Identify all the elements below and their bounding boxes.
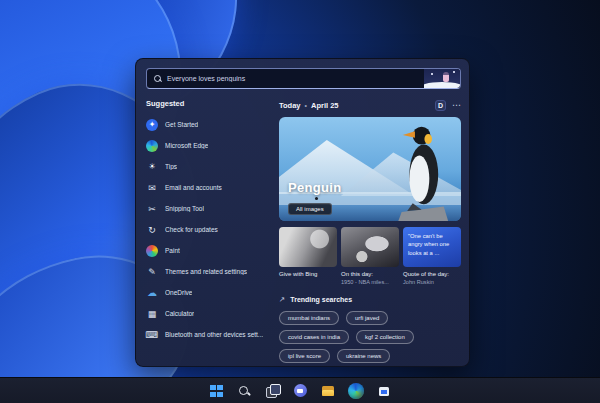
trending-pill[interactable]: ukraine news <box>337 349 390 363</box>
date-label: April 25 <box>311 101 339 110</box>
quote-text: "One can't be angry when one looks at a … <box>403 227 461 257</box>
tips-icon: ☀ <box>146 161 158 173</box>
trending-section: ↗ Trending searches mumbai indians urfi … <box>279 295 461 363</box>
trending-title: Trending searches <box>290 296 352 303</box>
card-subtitle: John Ruskin <box>403 279 461 286</box>
edge-button[interactable] <box>345 380 367 402</box>
search-input[interactable] <box>167 75 424 82</box>
email-accounts-icon: ✉ <box>146 182 158 194</box>
store-button[interactable] <box>373 380 395 402</box>
quote-of-the-day-card[interactable]: "One can't be angry when one looks at a … <box>403 227 461 286</box>
suggested-item-onedrive[interactable]: ☁ OneDrive <box>146 282 274 303</box>
chat-icon <box>292 383 308 399</box>
suggested-item-label: Check for updates <box>165 226 218 233</box>
suggested-item-get-started[interactable]: ✦ Get Started <box>146 114 274 135</box>
suggested-item-label: Tips <box>165 163 177 170</box>
edge-icon <box>348 383 364 399</box>
trending-pill[interactable]: urfi javed <box>346 311 388 325</box>
give-with-bing-image <box>279 227 337 267</box>
search-panel: Suggested ✦ Get Started Microsoft Edge ☀… <box>135 58 470 367</box>
trending-pill[interactable]: covid cases in india <box>279 330 349 344</box>
trending-pill[interactable]: ipl live score <box>279 349 330 363</box>
suggested-item-check-updates[interactable]: ↻ Check for updates <box>146 219 274 240</box>
daily-section: Today • April 25 D ⋯ Penguin All i <box>279 99 461 363</box>
penguin-illustration <box>395 119 450 221</box>
suggested-item-themes[interactable]: ✎ Themes and related settings <box>146 261 274 282</box>
suggested-item-label: Themes and related settings <box>165 268 247 275</box>
suggested-title: Suggested <box>146 99 274 108</box>
suggested-item-label: Microsoft Edge <box>165 142 208 149</box>
suggested-list: ✦ Get Started Microsoft Edge ☀ Tips ✉ Em… <box>146 114 274 345</box>
suggested-item-label: Paint <box>165 247 180 254</box>
search-box[interactable] <box>146 68 461 89</box>
suggested-item-email-accounts[interactable]: ✉ Email and accounts <box>146 177 274 198</box>
card-title: Quote of the day: <box>403 271 461 279</box>
start-button[interactable] <box>205 380 227 402</box>
suggested-item-paint[interactable]: Paint <box>146 240 274 261</box>
taskbar <box>0 377 600 403</box>
hero-title: Penguin <box>288 180 341 195</box>
chat-button[interactable] <box>289 380 311 402</box>
task-view-button[interactable] <box>261 380 283 402</box>
file-explorer-button[interactable] <box>317 380 339 402</box>
card-title: Give with Bing <box>279 271 337 279</box>
suggested-item-microsoft-edge[interactable]: Microsoft Edge <box>146 135 274 156</box>
trending-arrow-icon: ↗ <box>279 295 285 304</box>
on-this-day-card[interactable]: On this day: 1950 - NBA miles... <box>341 227 399 286</box>
daily-cards: Give with Bing On this day: 1950 - NBA m… <box>279 227 461 286</box>
suggested-item-snipping-tool[interactable]: ✂ Snipping Tool <box>146 198 274 219</box>
suggested-item-label: Email and accounts <box>165 184 222 191</box>
suggested-section: Suggested ✦ Get Started Microsoft Edge ☀… <box>146 99 274 345</box>
carousel-dot <box>315 197 318 200</box>
check-updates-icon: ↻ <box>146 224 158 236</box>
bluetooth-devices-icon: ⌨ <box>146 329 158 341</box>
snipping-tool-icon: ✂ <box>146 203 158 215</box>
microsoft-edge-icon <box>146 140 158 152</box>
task-view-icon <box>264 383 280 399</box>
search-button[interactable] <box>233 380 255 402</box>
suggested-item-calculator[interactable]: ▦ Calculator <box>146 303 274 324</box>
search-icon <box>236 383 252 399</box>
suggested-item-label: OneDrive <box>165 289 192 296</box>
today-label: Today <box>279 101 301 110</box>
card-title: On this day: <box>341 271 399 279</box>
trending-pill[interactable]: mumbai indians <box>279 311 339 325</box>
suggested-item-tips[interactable]: ☀ Tips <box>146 156 274 177</box>
suggested-item-bluetooth-devices[interactable]: ⌨ Bluetooth and other devices sett... <box>146 324 274 345</box>
trending-pill-list: mumbai indians urfi javed covid cases in… <box>279 311 465 363</box>
paint-icon <box>146 245 158 257</box>
onedrive-icon: ☁ <box>146 287 158 299</box>
file-explorer-icon <box>320 383 336 399</box>
suggested-item-label: Snipping Tool <box>165 205 204 212</box>
quote-image: "One can't be angry when one looks at a … <box>403 227 461 267</box>
themes-icon: ✎ <box>146 266 158 278</box>
suggested-item-label: Calculator <box>165 310 194 317</box>
trending-pill[interactable]: kgf 2 collection <box>356 330 414 344</box>
daily-header: Today • April 25 D ⋯ <box>279 99 461 111</box>
penguin-hero-card[interactable]: Penguin All images <box>279 117 461 221</box>
get-started-icon: ✦ <box>146 119 158 131</box>
suggested-item-label: Get Started <box>165 121 198 128</box>
suggested-item-label: Bluetooth and other devices sett... <box>165 331 263 338</box>
separator-dot: • <box>305 102 307 109</box>
penguin-night-illustration-icon <box>424 69 460 88</box>
card-subtitle: 1950 - NBA miles... <box>341 279 399 286</box>
start-icon <box>208 383 224 399</box>
calculator-icon: ▦ <box>146 308 158 320</box>
on-this-day-image <box>341 227 399 267</box>
more-options-icon[interactable]: ⋯ <box>452 101 461 110</box>
profile-badge[interactable]: D <box>435 100 446 111</box>
all-images-button[interactable]: All images <box>288 203 332 215</box>
search-icon <box>154 75 162 83</box>
store-icon <box>376 383 392 399</box>
give-with-bing-card[interactable]: Give with Bing <box>279 227 337 286</box>
